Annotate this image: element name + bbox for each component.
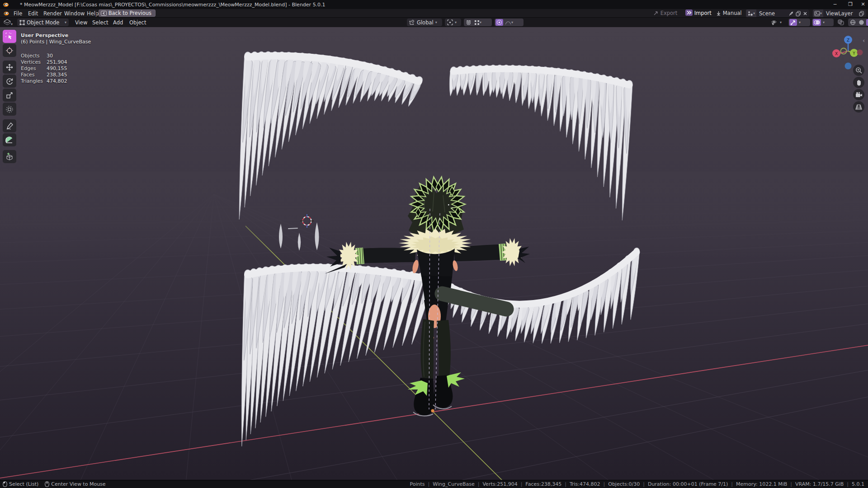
sb-active-object: Wing_CurveBase (433, 481, 474, 487)
editor-type-button[interactable]: ▾ (4, 19, 13, 27)
sb-mode: Points (410, 481, 425, 487)
add-cube-icon (5, 153, 14, 161)
move-icon (5, 63, 14, 71)
export-button[interactable]: Export (653, 10, 677, 16)
wireframe-sphere-icon (850, 19, 856, 25)
pin-icon[interactable] (788, 11, 794, 16)
overlays-icon (814, 19, 820, 25)
chevron-down-icon: ▾ (455, 20, 457, 24)
topbar: File Edit Render Window Help Back to Pre… (0, 9, 868, 18)
gizmo-icon (790, 19, 796, 25)
shading-wireframe-button[interactable] (849, 19, 857, 26)
mouse-left-icon (3, 481, 7, 487)
tool-annotate[interactable] (3, 119, 16, 132)
menu-select[interactable]: Select (90, 19, 110, 26)
new-copy-icon[interactable] (796, 11, 801, 16)
gizmo-axis-x-neg[interactable] (857, 50, 863, 56)
viewport-3d-scene[interactable] (0, 27, 868, 480)
perspective-grid-icon (855, 104, 862, 110)
falloff-selector[interactable]: ▾ (504, 19, 514, 26)
falloff-curve-icon (505, 20, 511, 25)
status-bar: Select (List) Center View to Mouse Point… (0, 480, 868, 488)
menu-window[interactable]: Window (62, 10, 86, 17)
stat-objects: Objects30 (21, 53, 91, 59)
export-icon (653, 10, 659, 16)
chevron-down-icon: ▾ (435, 20, 437, 24)
select-cursor-icon (5, 33, 14, 41)
import-button[interactable]: Import (685, 9, 712, 16)
back-to-previous-button[interactable]: Back to Previous (99, 9, 156, 17)
menu-add[interactable]: Add (111, 19, 125, 26)
window-titlebar: * MeowMerzzz_Model [F:\Cosas mias\_PROYE… (0, 0, 868, 9)
hand-icon (856, 79, 862, 86)
viewlayer-selector[interactable]: ▾ ViewLayer (813, 9, 866, 17)
close-icon[interactable] (803, 11, 807, 16)
chevron-down-icon[interactable]: ▾ (798, 19, 802, 26)
magnet-icon (466, 19, 472, 25)
menu-render[interactable]: Render (42, 10, 64, 17)
stat-triangles: Triangles474,802 (21, 78, 91, 84)
proportional-edit-icon (496, 19, 502, 25)
xray-toggle[interactable] (835, 19, 847, 26)
tool-move[interactable] (3, 61, 16, 74)
xray-icon (838, 19, 844, 25)
viewport-3d[interactable]: User Perspective (6) Points | Wing_Curve… (0, 27, 868, 480)
tool-scale[interactable] (3, 89, 16, 102)
chevron-down-icon: ▾ (820, 11, 822, 15)
window-title: * MeowMerzzz_Model [F:\Cosas mias\_PROYE… (20, 2, 326, 8)
menu-object[interactable]: Object (127, 19, 148, 26)
object-mode-icon (19, 20, 25, 25)
transform-icon (5, 105, 14, 113)
minimize-button[interactable]: ─ (827, 0, 843, 9)
show-object-types[interactable]: ▾ (769, 19, 787, 26)
tool-measure[interactable] (3, 133, 16, 146)
gizmo-axis-y-neg[interactable] (841, 48, 847, 54)
blender-logo-icon (3, 10, 9, 16)
tool-add-cube[interactable] (3, 150, 16, 163)
shading-solid-button[interactable] (858, 19, 865, 26)
close-button[interactable]: ✕ (858, 0, 868, 9)
tool-transform[interactable] (3, 103, 16, 116)
snap-toggle[interactable] (465, 19, 472, 26)
show-overlays-toggle[interactable] (813, 19, 821, 26)
camera-view-button[interactable] (853, 89, 864, 100)
statusbar-scene-info: Points| Wing_CurveBase| Verts:251,904| F… (410, 481, 864, 487)
menu-edit[interactable]: Edit (26, 10, 40, 17)
manual-button[interactable]: Manual (716, 10, 741, 16)
gizmo-axis-z-neg[interactable] (845, 63, 852, 70)
zoom-button[interactable] (853, 65, 864, 76)
stat-vertices: Vertices251,904 (21, 59, 91, 66)
tool-3d-cursor[interactable] (3, 44, 16, 57)
chevron-down-icon: ▾ (480, 20, 481, 24)
chevron-down-icon[interactable]: ▾ (822, 19, 826, 26)
menu-view[interactable]: View (73, 19, 89, 26)
scene-statistics: Objects30 Vertices251,904 Edges490,155 F… (21, 53, 91, 84)
orientation-label: Global (417, 19, 434, 26)
proportional-edit-toggle[interactable] (495, 19, 503, 26)
overlays-controls: ▾ (812, 19, 834, 26)
snap-with-selector[interactable]: ▾ (473, 19, 482, 26)
tool-rotate[interactable] (3, 75, 16, 88)
3d-viewport-editor-icon (4, 19, 11, 25)
proportional-edit-controls: ▾ (495, 19, 524, 26)
scene-browse-segment[interactable]: ▾ (746, 9, 756, 17)
pivot-point-selector[interactable]: ▾ (445, 19, 461, 26)
sb-objects: Objects:0/30 (608, 481, 640, 487)
shading-material-button[interactable] (866, 19, 868, 26)
mode-selector[interactable]: Object Mode ▾ (17, 19, 69, 26)
perspective-toggle-button[interactable] (853, 101, 864, 113)
restore-button[interactable]: ❐ (843, 0, 858, 9)
camera-icon (855, 92, 863, 98)
menu-file[interactable]: File (12, 10, 24, 17)
magnifier-icon (855, 67, 862, 74)
viewlayer-browse-segment[interactable]: ▾ (813, 9, 823, 17)
transform-orientation-selector[interactable]: Global ▾ (407, 19, 442, 26)
pivot-icon (447, 19, 453, 25)
show-gizmo-toggle[interactable] (789, 19, 797, 26)
scene-selector[interactable]: ▾ Scene (746, 9, 809, 17)
pan-button[interactable] (853, 77, 864, 88)
new-copy-icon[interactable] (859, 11, 864, 16)
statusbar-keymap-hints: Select (List) Center View to Mouse (3, 481, 106, 487)
tool-select-box[interactable] (3, 30, 16, 43)
rotate-icon (5, 77, 14, 85)
